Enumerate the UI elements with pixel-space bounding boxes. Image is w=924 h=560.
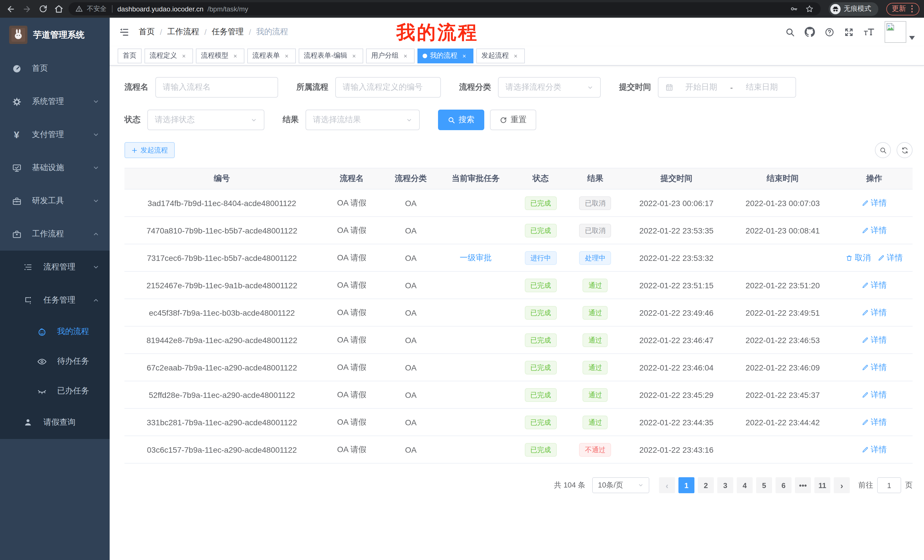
cell-id: 2152467e-7b9b-11ec-9a1b-acde48001122: [124, 271, 319, 299]
tab-home[interactable]: 首页: [118, 48, 142, 63]
sidebar-item-system[interactable]: 系统管理: [0, 85, 110, 118]
goto-page-input[interactable]: [877, 477, 901, 493]
user-avatar-menu[interactable]: [885, 21, 915, 43]
close-icon[interactable]: ×: [512, 52, 520, 60]
detail-link[interactable]: 详情: [862, 225, 887, 235]
tab-start-process[interactable]: 发起流程×: [476, 48, 525, 63]
tab-process-form-edit[interactable]: 流程表单-编辑×: [298, 48, 363, 63]
table-refresh-icon[interactable]: [897, 142, 913, 158]
sidebar-item-home[interactable]: 首页: [0, 52, 110, 85]
sidebar-item-process-management[interactable]: 流程管理: [0, 251, 110, 284]
address-bar[interactable]: 不安全 dashboard.yudao.iocoder.cn/bpm/task/…: [69, 2, 820, 15]
detail-link[interactable]: 详情: [862, 335, 887, 345]
detail-link[interactable]: 详情: [862, 417, 887, 427]
close-icon[interactable]: ×: [283, 52, 291, 60]
more-pages-button[interactable]: •••: [795, 477, 811, 493]
cell-actions: 详情: [836, 217, 913, 244]
result-select[interactable]: 请选择流结果: [306, 109, 420, 130]
forward-icon[interactable]: [21, 3, 33, 15]
bookmark-star-icon[interactable]: [805, 4, 813, 13]
home-icon[interactable]: [52, 3, 65, 15]
sidebar-item-done-tasks[interactable]: 已办任务: [0, 376, 110, 406]
sidebar-item-task-management[interactable]: 任务管理: [0, 284, 110, 317]
page-button-6[interactable]: 6: [776, 477, 792, 493]
fullscreen-icon[interactable]: [844, 27, 854, 37]
reload-icon[interactable]: [36, 3, 49, 15]
breadcrumb-item[interactable]: 首页: [139, 27, 155, 37]
github-icon[interactable]: [805, 27, 815, 37]
not-secure-warning-icon[interactable]: [75, 5, 83, 13]
page-button-1[interactable]: 1: [678, 477, 694, 493]
detail-link[interactable]: 详情: [862, 198, 887, 208]
submit-time-range-picker[interactable]: 开始日期 - 结束日期: [658, 77, 796, 97]
app-title: 芋道管理系统: [33, 29, 84, 40]
cancel-link[interactable]: 取消: [846, 253, 871, 263]
browser-menu-icon[interactable]: [910, 5, 914, 13]
tab-process-definition[interactable]: 流程定义×: [144, 48, 193, 63]
reset-button[interactable]: 重置: [490, 109, 536, 130]
status-select[interactable]: 请选择状态: [147, 109, 264, 130]
page-button-3[interactable]: 3: [717, 477, 733, 493]
page-button-4[interactable]: 4: [736, 477, 753, 493]
detail-link[interactable]: 详情: [862, 389, 887, 400]
start-process-button[interactable]: 发起流程: [124, 142, 175, 158]
sidebar-item-my-process[interactable]: 我的流程: [0, 317, 110, 346]
column-header-result: 结果: [567, 168, 623, 189]
page-button-2[interactable]: 2: [698, 477, 714, 493]
search-icon[interactable]: [785, 27, 795, 37]
cell-result: 通过: [567, 326, 623, 353]
help-icon[interactable]: [825, 27, 834, 37]
tab-user-group[interactable]: 用户分组×: [366, 48, 415, 63]
close-icon[interactable]: ×: [231, 52, 239, 60]
tab-process-model[interactable]: 流程模型×: [196, 48, 244, 63]
sidebar-item-payment[interactable]: ¥ 支付管理: [0, 118, 110, 151]
page-button-11[interactable]: 11: [814, 477, 830, 493]
tab-process-form[interactable]: 流程表单×: [247, 48, 296, 63]
cell-status: 已完成: [514, 299, 567, 326]
font-size-icon[interactable]: [864, 27, 875, 36]
prev-page-button[interactable]: ‹: [659, 477, 675, 493]
sidebar-item-leave-query[interactable]: 请假查询: [0, 406, 110, 439]
cell-name: OA 请假: [319, 409, 384, 436]
sidebar-item-todo-tasks[interactable]: 待办任务: [0, 346, 110, 376]
breadcrumb-item[interactable]: 任务管理: [212, 27, 244, 37]
breadcrumb-item[interactable]: 工作流程: [167, 27, 199, 37]
close-icon[interactable]: ×: [402, 52, 410, 60]
close-icon[interactable]: ×: [180, 52, 188, 60]
back-icon[interactable]: [4, 3, 17, 15]
sidebar-item-infrastructure[interactable]: 基础设施: [0, 151, 110, 184]
sidebar-toggle-icon[interactable]: [119, 27, 130, 37]
cell-task: [438, 271, 514, 299]
password-key-icon[interactable]: [789, 4, 798, 13]
field-label: 所属流程: [296, 82, 328, 93]
close-icon[interactable]: ×: [460, 52, 468, 60]
sidebar-item-devtools[interactable]: 研发工具: [0, 184, 110, 217]
page-button-5[interactable]: 5: [756, 477, 772, 493]
close-icon[interactable]: ×: [350, 52, 358, 60]
search-button[interactable]: 搜索: [438, 109, 484, 130]
chevron-up-icon: [93, 231, 99, 238]
cell-actions: 详情: [836, 381, 913, 409]
table-toolbar: 发起流程: [124, 142, 913, 158]
gear-icon: [10, 97, 23, 106]
detail-link[interactable]: 详情: [862, 445, 887, 455]
tab-my-process[interactable]: 我的流程×: [417, 48, 473, 63]
process-name-input[interactable]: 请输入流程名: [155, 77, 278, 97]
cell-name: OA 请假: [319, 217, 384, 244]
category-select[interactable]: 请选择流程分类: [498, 77, 601, 97]
detail-link[interactable]: 详情: [862, 362, 887, 373]
detail-link[interactable]: 详情: [862, 307, 887, 318]
detail-link[interactable]: 详情: [862, 280, 887, 290]
task-link[interactable]: 一级审批: [460, 253, 492, 262]
page-size-select[interactable]: 10条/页: [592, 477, 650, 493]
detail-link[interactable]: 详情: [878, 253, 903, 263]
next-page-button[interactable]: ›: [834, 477, 850, 493]
update-button[interactable]: 更新: [886, 3, 920, 15]
sidebar-item-label: 请假查询: [44, 417, 75, 428]
table-search-toggle-icon[interactable]: [875, 142, 891, 158]
cell-id: 331bc281-7b9a-11ec-a290-acde48001122: [124, 409, 319, 436]
sidebar-item-workflow[interactable]: 工作流程: [0, 217, 110, 251]
list-tree-icon: [22, 263, 34, 272]
sidebar-item-label: 待办任务: [57, 356, 89, 367]
parent-process-input[interactable]: 请输入流程定义的编号: [335, 77, 441, 97]
